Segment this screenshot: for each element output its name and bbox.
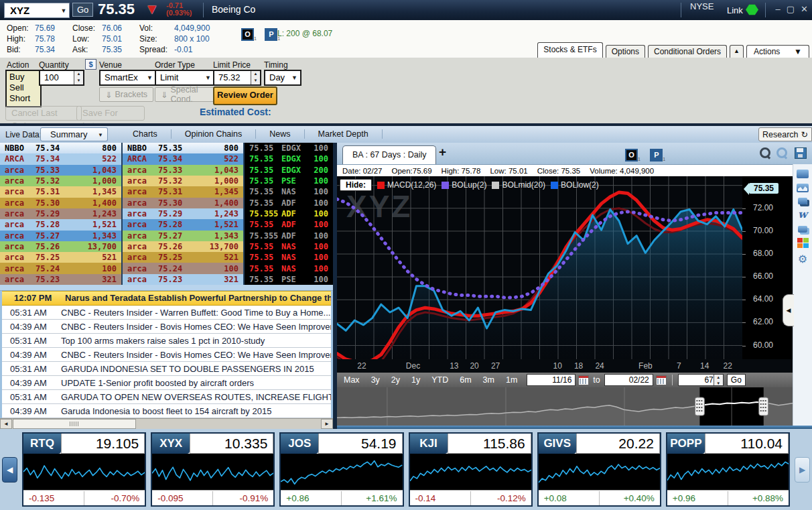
draw-pen-icon[interactable]: w: [797, 210, 809, 220]
scroll-tickers-right-button[interactable]: ▶: [795, 457, 810, 483]
ticker-card-jos[interactable]: JOS54.19+0.86+1.61%: [279, 432, 403, 507]
order-type-select[interactable]: Limit▼: [155, 70, 215, 86]
depth-row[interactable]: arca75.321,000: [123, 176, 243, 186]
news-row[interactable]: 05:31 AMCNBC - Reuters Insider - Warren …: [2, 306, 331, 320]
depth-row[interactable]: arca75.271,343: [0, 231, 121, 241]
maximize-button[interactable]: ▢: [787, 4, 795, 14]
depth-row[interactable]: arca75.301,400: [123, 198, 243, 208]
tab-summary[interactable]: Summary: [40, 127, 98, 141]
depth-row[interactable]: arca75.271,343: [123, 231, 243, 241]
navigator-right-handle[interactable]: [759, 397, 768, 416]
range-button-max[interactable]: Max: [344, 375, 360, 385]
depth-row[interactable]: arca75.281,521: [123, 219, 243, 230]
date-to-input[interactable]: 02/22: [604, 374, 653, 386]
depth-row[interactable]: arca75.291,243: [123, 208, 243, 219]
news-row[interactable]: 04:39 AMCNBC - Reuters Insider - Bovis H…: [2, 320, 331, 334]
tab-market-depth[interactable]: Market Depth: [305, 129, 383, 139]
depth-row[interactable]: NBBO75.35800: [123, 143, 243, 153]
legend-item[interactable]: BOLlow(2): [551, 180, 599, 190]
legend-item[interactable]: BOLmid(20): [492, 180, 545, 190]
tab-conditional-orders[interactable]: Conditional Orders: [648, 45, 727, 58]
ticker-card-givs[interactable]: GIVS20.22+0.08+0.40%: [537, 432, 661, 507]
depth-row[interactable]: arca75.311,345: [0, 186, 121, 197]
action-option-short[interactable]: Short: [9, 93, 38, 104]
research-button[interactable]: Research ↻: [758, 127, 812, 141]
tab-options[interactable]: Options: [606, 45, 645, 58]
limit-price-stepper[interactable]: ▲▼: [251, 71, 260, 84]
symbol-combo[interactable]: XYZ ▼: [4, 3, 70, 18]
news-row[interactable]: 04:39 AMUPDATE 1-Senior profit boosted b…: [2, 376, 331, 390]
ticker-card-popp[interactable]: POPP110.04+0.96+0.88%: [666, 432, 790, 507]
chevron-down-icon[interactable]: ▼: [58, 7, 69, 14]
range-button-3m[interactable]: 3m: [483, 375, 494, 385]
hide-indicators-button[interactable]: Hide:: [340, 179, 372, 191]
depth-row[interactable]: arca75.23321: [123, 274, 243, 285]
range-button-6m[interactable]: 6m: [460, 375, 471, 385]
scrollbar-track[interactable]: [136, 419, 321, 429]
days-input[interactable]: 67 ▲▼: [678, 374, 724, 386]
depth-row[interactable]: arca75.2613,700: [0, 241, 121, 252]
news-row[interactable]: 05:31 AMGARUDA INDONESIA SET TO DOUBLE P…: [2, 362, 331, 376]
depth-row[interactable]: arca75.25521: [0, 252, 121, 263]
date-from-input[interactable]: 11/16: [527, 374, 576, 386]
save-chart-icon[interactable]: [795, 147, 807, 159]
positions-badge-icon[interactable]: P: [265, 28, 277, 41]
save-for-later-button[interactable]: Save For Later: [76, 106, 145, 121]
depth-row[interactable]: arca75.24100: [0, 263, 121, 273]
depth-row[interactable]: ARCA75.34522: [0, 153, 121, 164]
timing-select[interactable]: Day▼: [264, 70, 301, 86]
scroll-left-button[interactable]: ◄: [0, 419, 12, 429]
depth-row[interactable]: ARCA75.34522: [123, 153, 243, 164]
add-chart-tab-button[interactable]: +: [439, 145, 446, 160]
depth-row[interactable]: arca75.2613,700: [123, 241, 243, 252]
news-row[interactable]: 04:39 AMCNBC - Reuters Insider - Bovis H…: [2, 348, 331, 362]
chart-overlay-icon[interactable]: [798, 226, 807, 233]
range-go-button[interactable]: Go: [727, 374, 746, 386]
tab-charts[interactable]: Charts: [119, 129, 172, 139]
action-option-buy[interactable]: Buy: [9, 72, 38, 82]
scroll-right-button[interactable]: ►: [321, 419, 333, 429]
depth-row[interactable]: arca75.25521: [123, 252, 243, 263]
brackets-button[interactable]: ⇓ Brackets: [99, 87, 153, 102]
orders-badge-icon[interactable]: O: [241, 28, 254, 41]
tab-opinion-chains[interactable]: Opinion Chains: [172, 129, 256, 139]
summary-dropdown-button[interactable]: ▼: [94, 127, 108, 141]
venue-select[interactable]: SmartEx▼: [99, 70, 157, 86]
compare-charts-icon[interactable]: [798, 198, 807, 204]
depth-row[interactable]: arca75.331,043: [0, 165, 121, 176]
link-status-icon[interactable]: [746, 4, 758, 15]
collapse-tabs-button[interactable]: ▲: [730, 45, 744, 58]
navigator-left-handle[interactable]: [695, 397, 704, 416]
days-stepper[interactable]: ▲▼: [714, 375, 723, 385]
range-button-ytd[interactable]: YTD: [431, 375, 448, 385]
depth-row[interactable]: arca75.311,345: [123, 186, 243, 197]
news-row[interactable]: 12:07 PMNarus and Teradata Establish Pow…: [2, 291, 331, 306]
news-row[interactable]: 05:31 AMGARUDA TO OPEN NEW OVERSEAS ROUT…: [2, 390, 331, 404]
news-row[interactable]: 05:31 AMTop 100 arms makers raise sales …: [2, 334, 331, 348]
zoom-out-icon[interactable]: [776, 147, 787, 158]
chart-navigator[interactable]: [337, 387, 793, 426]
close-button[interactable]: ✕: [801, 4, 808, 14]
depth-row[interactable]: arca75.301,400: [0, 198, 121, 208]
actions-menu-button[interactable]: Actions▼: [746, 45, 809, 58]
ticker-card-xyx[interactable]: XYX10.335-0.095-0.91%: [151, 432, 275, 507]
cancel-last-order-button[interactable]: Cancel Last Order: [5, 106, 82, 121]
ticker-card-kji[interactable]: KJI115.86-0.14-0.12%: [409, 432, 533, 507]
range-button-2y[interactable]: 2y: [391, 375, 400, 385]
depth-row[interactable]: arca75.321,000: [0, 176, 121, 186]
heatmap-icon[interactable]: [797, 238, 809, 249]
zoom-in-icon[interactable]: [760, 147, 770, 158]
action-listbox[interactable]: BuySellShort: [5, 70, 42, 107]
range-button-1m[interactable]: 1m: [506, 375, 517, 385]
navigator-svg[interactable]: [337, 387, 793, 426]
news-horizontal-scrollbar[interactable]: ◄ ►: [0, 418, 333, 429]
settings-gear-icon[interactable]: ⚙: [797, 254, 809, 265]
legend-item[interactable]: MACD(12,26): [377, 180, 436, 190]
ticker-card-rtq[interactable]: RTQ19.105-0.135-0.70%: [22, 432, 146, 507]
limit-price-input[interactable]: 75.32 ▲▼: [213, 70, 261, 86]
news-row[interactable]: 04:39 AMGaruda Indonesia to boost fleet …: [2, 404, 331, 418]
depth-row[interactable]: arca75.291,243: [0, 208, 121, 219]
positions-badge-icon[interactable]: P: [650, 149, 663, 162]
scroll-tickers-left-button[interactable]: ◀: [2, 457, 17, 483]
depth-row[interactable]: arca75.23321: [0, 274, 121, 285]
